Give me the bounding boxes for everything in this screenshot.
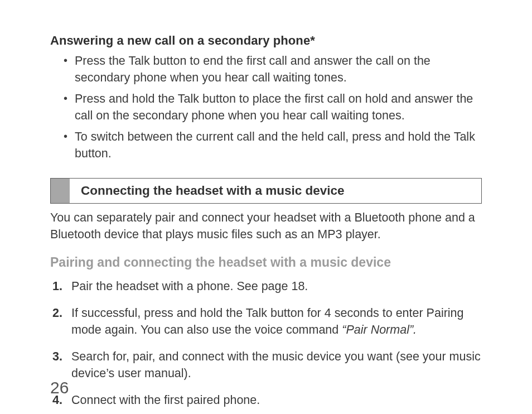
secondary-phone-bullet-list: Press the Talk button to end the first c…: [50, 52, 482, 162]
pairing-steps-list: Pair the headset with a phone. See page …: [50, 278, 482, 409]
list-item: Press the Talk button to end the first c…: [66, 52, 482, 86]
subheading-pairing: Pairing and connecting the headset with …: [50, 255, 482, 270]
bullet-text: Press the Talk button to end the first c…: [75, 54, 431, 84]
section-bar-square-icon: [51, 179, 70, 203]
step-text: Connect with the first paired phone.: [71, 393, 260, 407]
step-pre: Connect with the first paired phone.: [71, 393, 260, 407]
page-number: 26: [50, 378, 69, 397]
step-em: “Pair Normal”.: [342, 323, 417, 336]
list-item: Search for, pair, and connect with the m…: [50, 348, 482, 382]
heading-text: Answering a new call on a secondary phon…: [50, 33, 310, 47]
step-pre: Pair the headset with a phone. See page …: [71, 280, 308, 293]
section-heading-secondary-phone: Answering a new call on a secondary phon…: [50, 33, 482, 48]
section-bar-label: Connecting the headset with a music devi…: [70, 179, 481, 203]
manual-page: Answering a new call on a secondary phon…: [0, 0, 532, 414]
list-item: If successful, press and hold the Talk b…: [50, 305, 482, 338]
list-item: To switch between the current call and t…: [66, 128, 482, 162]
step-pre: Search for, pair, and connect with the m…: [71, 350, 481, 380]
list-item: Connect with the first paired phone.: [50, 392, 482, 408]
bullet-text: Press and hold the Talk button to place …: [75, 92, 473, 122]
bullet-text: To switch between the current call and t…: [75, 130, 475, 160]
heading-asterisk: *: [310, 33, 315, 47]
step-text: If successful, press and hold the Talk b…: [71, 306, 464, 336]
list-item: Pair the headset with a phone. See page …: [50, 278, 482, 295]
step-text: Search for, pair, and connect with the m…: [71, 350, 481, 380]
section-title-bar: Connecting the headset with a music devi…: [50, 178, 482, 204]
step-text: Pair the headset with a phone. See page …: [71, 280, 308, 293]
section-intro-paragraph: You can separately pair and connect your…: [50, 209, 482, 243]
list-item: Press and hold the Talk button to place …: [66, 90, 482, 124]
